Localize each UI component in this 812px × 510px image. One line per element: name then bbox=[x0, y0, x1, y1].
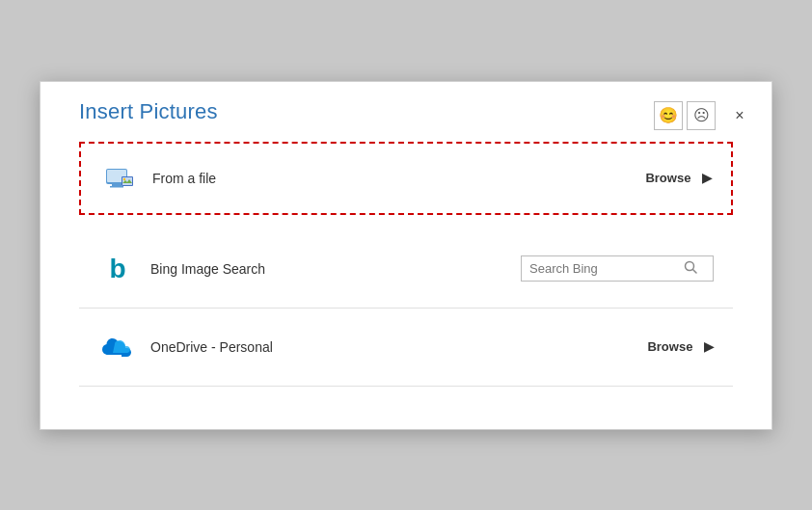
onedrive-label: OneDrive - Personal bbox=[150, 339, 647, 355]
file-icon bbox=[100, 159, 139, 198]
onedrive-item: OneDrive - Personal Browse ▶ bbox=[98, 328, 714, 366]
happy-icon: 😊 bbox=[659, 106, 678, 124]
from-file-item: From a file Browse ▶ bbox=[100, 159, 712, 198]
svg-point-7 bbox=[123, 177, 125, 179]
title-bar: Insert Pictures 😊 ☹ × bbox=[41, 82, 771, 142]
bing-search-label: Bing Image Search bbox=[150, 261, 521, 277]
dialog-title: Insert Pictures bbox=[79, 99, 218, 124]
bing-search-box[interactable] bbox=[521, 255, 714, 282]
bing-search-item: b Bing Image Search bbox=[98, 250, 714, 288]
divider-2 bbox=[79, 386, 733, 387]
close-button[interactable]: × bbox=[725, 101, 754, 130]
search-icon bbox=[684, 260, 697, 277]
bing-search-row[interactable]: b Bing Image Search bbox=[79, 234, 733, 304]
onedrive-browse[interactable]: Browse ▶ bbox=[647, 339, 714, 354]
sad-feedback-button[interactable]: ☹ bbox=[687, 101, 716, 130]
content-area: From a file Browse ▶ b Bing Image Search bbox=[41, 142, 771, 429]
divider-1 bbox=[79, 308, 733, 309]
happy-feedback-button[interactable]: 😊 bbox=[654, 101, 683, 130]
bing-search-input[interactable] bbox=[529, 261, 684, 276]
title-bar-actions: 😊 ☹ × bbox=[654, 99, 754, 130]
svg-rect-2 bbox=[112, 184, 122, 186]
onedrive-icon bbox=[98, 328, 137, 366]
from-file-label: From a file bbox=[152, 171, 645, 186]
onedrive-row[interactable]: OneDrive - Personal Browse ▶ bbox=[79, 312, 733, 382]
insert-pictures-dialog: Insert Pictures 😊 ☹ × bbox=[40, 81, 772, 430]
sad-icon: ☹ bbox=[693, 106, 710, 124]
bing-icon: b bbox=[98, 250, 137, 288]
from-file-browse[interactable]: Browse ▶ bbox=[645, 171, 712, 185]
svg-line-9 bbox=[693, 270, 697, 274]
svg-rect-3 bbox=[110, 186, 123, 188]
from-file-row[interactable]: From a file Browse ▶ bbox=[79, 142, 733, 215]
